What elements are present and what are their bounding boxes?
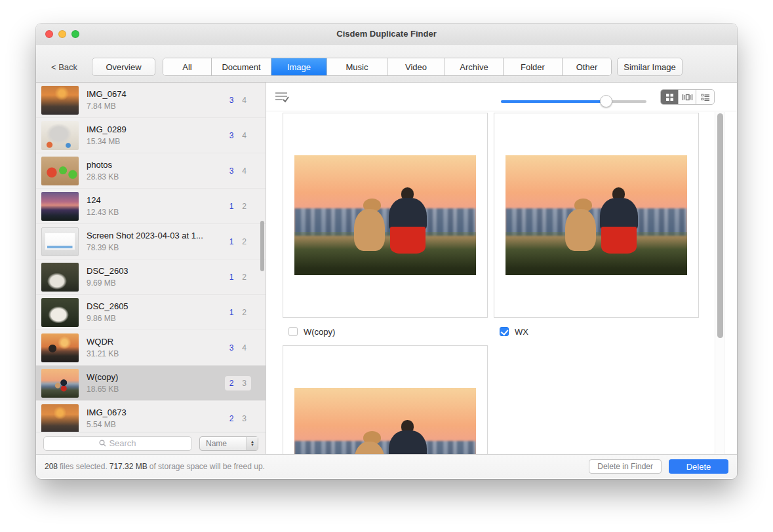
select-all-checklist-icon[interactable] bbox=[275, 91, 290, 104]
app-window: Cisdem Duplicate Finder < Back Overview … bbox=[36, 24, 737, 479]
photo-man bbox=[389, 420, 427, 454]
total-count: 4 bbox=[242, 343, 247, 352]
thumbnail-size-slider[interactable] bbox=[501, 95, 646, 108]
filter-tab[interactable]: Document bbox=[212, 58, 271, 75]
file-row[interactable]: IMG_0674 7.84 MB 3 4 bbox=[36, 83, 266, 118]
file-size: 7.84 MB bbox=[87, 102, 225, 111]
selected-count: 2 bbox=[229, 379, 234, 388]
photo-man bbox=[600, 187, 638, 254]
sort-select[interactable]: Name ▲▼ bbox=[199, 436, 258, 451]
file-row[interactable]: photos 28.83 KB 3 4 bbox=[36, 153, 266, 189]
selected-count: 3 bbox=[229, 96, 234, 105]
grid-scrollbar-track[interactable] bbox=[715, 112, 724, 454]
total-count: 3 bbox=[242, 414, 247, 423]
file-size: 15.34 MB bbox=[87, 137, 225, 146]
similar-image-button[interactable]: Similar Image bbox=[617, 58, 683, 76]
file-row[interactable]: IMG_0673 5.54 MB 2 3 bbox=[36, 401, 266, 432]
filter-tab[interactable]: All bbox=[163, 58, 212, 75]
duplicate-count-badge: 3 4 bbox=[225, 93, 251, 107]
filter-tab[interactable]: Music bbox=[327, 58, 387, 75]
select-checkbox[interactable] bbox=[500, 327, 509, 336]
filter-tab-label: Document bbox=[222, 62, 260, 72]
search-placeholder: Search bbox=[109, 438, 136, 448]
zoom-slider-knob[interactable] bbox=[600, 95, 612, 107]
filter-tab[interactable]: Video bbox=[387, 58, 445, 75]
image-card[interactable] bbox=[283, 113, 488, 318]
duplicate-count-badge: 1 2 bbox=[225, 199, 251, 214]
image-card[interactable] bbox=[494, 113, 699, 318]
file-name: DSC_2603 bbox=[87, 266, 225, 276]
filter-tab[interactable]: Image bbox=[271, 58, 327, 75]
filter-tab[interactable]: Archive bbox=[445, 58, 504, 75]
file-row[interactable]: DSC_2603 9.69 MB 1 2 bbox=[36, 259, 266, 295]
file-name: photos bbox=[87, 160, 225, 170]
filter-tab[interactable]: Folder bbox=[504, 58, 563, 75]
duplicate-list-sidebar: IMG_0674 7.84 MB 3 4 IMG_0289 15.34 MB bbox=[36, 83, 266, 454]
file-thumbnail bbox=[41, 121, 79, 150]
status-text-2: of storage space will be freed up. bbox=[149, 462, 265, 471]
file-row[interactable]: W(copy) 18.65 KB 2 3 bbox=[36, 366, 266, 401]
total-count: 2 bbox=[242, 273, 247, 282]
filter-tab-label: Image bbox=[287, 62, 311, 72]
photo-dog bbox=[354, 431, 385, 454]
duplicate-count-badge: 3 4 bbox=[225, 164, 251, 178]
sidebar-search-row: Search Name ▲▼ bbox=[36, 432, 266, 454]
selected-count: 3 bbox=[229, 166, 234, 176]
total-count: 3 bbox=[242, 379, 247, 388]
selected-count: 1 bbox=[229, 237, 234, 246]
file-thumbnail bbox=[41, 298, 79, 327]
photo-city bbox=[294, 441, 476, 454]
duplicate-count-badge: 3 4 bbox=[225, 341, 251, 355]
duplicate-preview-panel: W(copy) bbox=[266, 83, 737, 454]
status-bar: 208 files selected. 717.32 MB of storage… bbox=[36, 454, 737, 478]
delete-in-finder-button[interactable]: Delete in Finder bbox=[589, 459, 662, 474]
total-count: 4 bbox=[242, 96, 247, 105]
stepper-arrows-icon[interactable]: ▲▼ bbox=[247, 437, 258, 450]
file-size: 28.83 KB bbox=[87, 172, 225, 181]
filter-tab[interactable]: Other bbox=[563, 58, 611, 75]
back-button[interactable]: < Back bbox=[51, 62, 77, 72]
delete-button[interactable]: Delete bbox=[669, 459, 728, 474]
image-label: W(copy) bbox=[304, 327, 335, 337]
photo-sky bbox=[294, 388, 476, 446]
filter-tab-label: Music bbox=[346, 62, 368, 72]
grid-view-icon[interactable] bbox=[661, 90, 679, 104]
zoom-icon[interactable] bbox=[71, 30, 79, 38]
coverflow-view-icon[interactable] bbox=[679, 90, 696, 104]
duplicate-group: W(copy) bbox=[283, 113, 488, 345]
minimize-icon[interactable] bbox=[58, 30, 66, 38]
duplicate-grid: W(copy) bbox=[266, 111, 737, 454]
file-name: 124 bbox=[87, 195, 225, 205]
title-bar[interactable]: Cisdem Duplicate Finder bbox=[36, 24, 737, 45]
file-row[interactable]: Screen Shot 2023-04-03 at 1... 78.39 KB … bbox=[36, 224, 266, 259]
total-count: 2 bbox=[242, 237, 247, 246]
duplicate-count-badge: 1 2 bbox=[225, 270, 251, 284]
filter-tab-label: Video bbox=[405, 62, 427, 72]
duplicate-count-badge: 1 2 bbox=[225, 235, 251, 249]
duplicate-count-badge: 2 3 bbox=[225, 411, 251, 426]
total-count: 2 bbox=[242, 308, 247, 317]
close-icon[interactable] bbox=[45, 30, 53, 38]
filter-tab-label: Folder bbox=[521, 62, 545, 72]
photo-dog bbox=[565, 199, 596, 252]
sidebar-scrollbar[interactable] bbox=[260, 221, 264, 271]
filter-tab-label: Other bbox=[576, 62, 598, 72]
grid-scrollbar-thumb[interactable] bbox=[717, 113, 723, 338]
window-title: Cisdem Duplicate Finder bbox=[336, 29, 436, 39]
overview-button[interactable]: Overview bbox=[92, 58, 155, 76]
file-name: IMG_0674 bbox=[87, 89, 225, 99]
file-row[interactable]: WQDR 31.21 KB 3 4 bbox=[36, 330, 266, 366]
file-row[interactable]: 124 12.43 KB 1 2 bbox=[36, 189, 266, 224]
file-row[interactable]: IMG_0289 15.34 MB 3 4 bbox=[36, 118, 266, 153]
file-thumbnail bbox=[41, 333, 79, 362]
file-thumbnail bbox=[41, 157, 79, 185]
selected-count: 1 bbox=[229, 202, 234, 211]
list-view-icon[interactable] bbox=[696, 90, 714, 104]
file-size: 5.54 MB bbox=[87, 420, 225, 429]
file-row[interactable]: DSC_2605 9.86 MB 1 2 bbox=[36, 295, 266, 330]
select-checkbox[interactable] bbox=[288, 327, 298, 336]
image-card[interactable] bbox=[283, 345, 488, 454]
file-thumbnail bbox=[41, 263, 79, 292]
search-input[interactable]: Search bbox=[43, 436, 192, 451]
file-thumbnail bbox=[41, 369, 79, 398]
